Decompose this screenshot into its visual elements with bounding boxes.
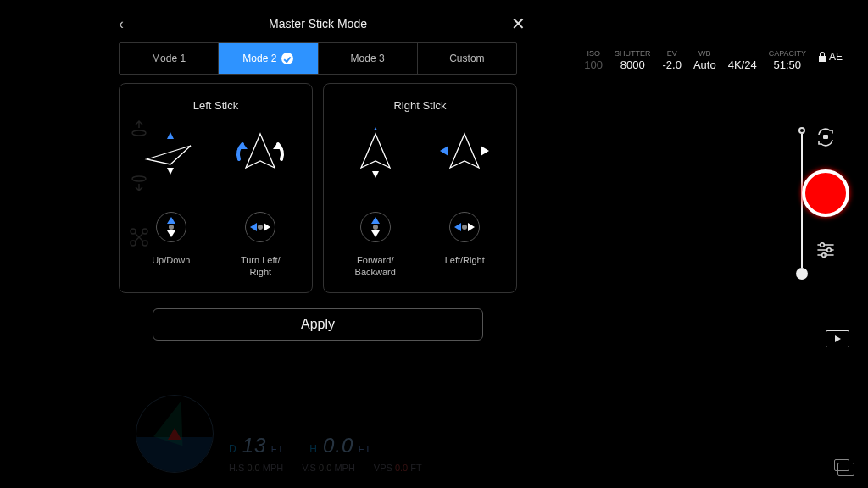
- svg-marker-12: [246, 134, 275, 168]
- svg-marker-11: [147, 146, 191, 164]
- svg-marker-24: [371, 217, 380, 224]
- right-stick-card: Right Stick: [323, 83, 517, 293]
- svg-marker-17: [250, 223, 257, 231]
- camera-telemetry-bar: ISO 100 SHUTTER 8000 EV -2.0 WB Auto 4K/…: [584, 49, 843, 71]
- back-button[interactable]: ‹: [119, 15, 124, 33]
- tab-mode-3[interactable]: Mode 3: [319, 43, 418, 74]
- throttle-diagram: [142, 127, 201, 178]
- roll-diagram: [435, 127, 494, 178]
- apply-button[interactable]: Apply: [153, 308, 483, 341]
- svg-marker-26: [454, 223, 461, 231]
- svg-text:M: M: [824, 252, 827, 258]
- left-fn2-label: Turn Left/ Right: [216, 254, 306, 279]
- svg-marker-25: [371, 230, 380, 237]
- svg-marker-23: [481, 146, 489, 156]
- left-fn1-label: Up/Down: [126, 254, 216, 279]
- ae-lock[interactable]: AE: [818, 51, 843, 63]
- camera-settings-icon[interactable]: M: [815, 239, 836, 259]
- attitude-indicator: [136, 395, 214, 473]
- svg-point-2: [827, 248, 832, 252]
- svg-marker-22: [440, 146, 448, 156]
- right-fn1-label: Forward/ Backward: [331, 254, 420, 279]
- svg-marker-27: [468, 223, 475, 231]
- wb-readout: WB Auto: [693, 49, 716, 71]
- right-stick-title: Right Stick: [331, 99, 509, 112]
- roll-indicator: [449, 212, 480, 242]
- up-down-indicator: [156, 212, 186, 242]
- pitch-diagram: [346, 127, 405, 178]
- svg-rect-0: [823, 135, 828, 139]
- check-icon: [281, 53, 293, 64]
- left-stick-card: Left Stick: [119, 83, 313, 293]
- svg-marker-21: [450, 134, 479, 168]
- iso-readout: ISO 100: [584, 49, 603, 71]
- gallery-icon[interactable]: [834, 459, 849, 471]
- lock-icon: [818, 52, 826, 62]
- mode-tabs: Mode 1 Mode 2 Mode 3 Custom: [119, 42, 517, 75]
- playback-button[interactable]: [826, 330, 849, 347]
- yaw-diagram: [231, 127, 290, 178]
- svg-point-1: [821, 243, 825, 247]
- format-readout: 4K/24: [728, 49, 757, 71]
- turn-indicator: [245, 212, 275, 242]
- left-stick-title: Left Stick: [126, 99, 305, 112]
- page-title: Master Stick Mode: [269, 17, 367, 30]
- flight-telemetry: D13 FT H0.0 FT H.S 0.0 MPH V.S 0.0 MPH V…: [136, 434, 422, 473]
- camera-switch-icon[interactable]: [815, 127, 836, 147]
- tab-mode-1[interactable]: Mode 1: [120, 43, 219, 74]
- svg-marker-13: [237, 142, 248, 149]
- svg-marker-18: [264, 223, 270, 231]
- pitch-indicator: [360, 212, 391, 242]
- svg-marker-15: [167, 217, 175, 224]
- record-button[interactable]: [802, 169, 849, 217]
- tab-custom[interactable]: Custom: [418, 43, 516, 74]
- tab-mode-2[interactable]: Mode 2: [219, 43, 318, 74]
- svg-marker-16: [167, 230, 175, 237]
- right-fn2-label: Left/Right: [420, 254, 510, 279]
- svg-marker-19: [361, 134, 390, 168]
- svg-marker-14: [273, 142, 283, 149]
- svg-marker-20: [374, 127, 377, 130]
- ev-readout: EV -2.0: [663, 49, 682, 71]
- shutter-readout: SHUTTER 8000: [615, 49, 651, 71]
- capacity-readout: CAPACITY 51:50: [769, 49, 806, 71]
- close-button[interactable]: ✕: [511, 14, 526, 34]
